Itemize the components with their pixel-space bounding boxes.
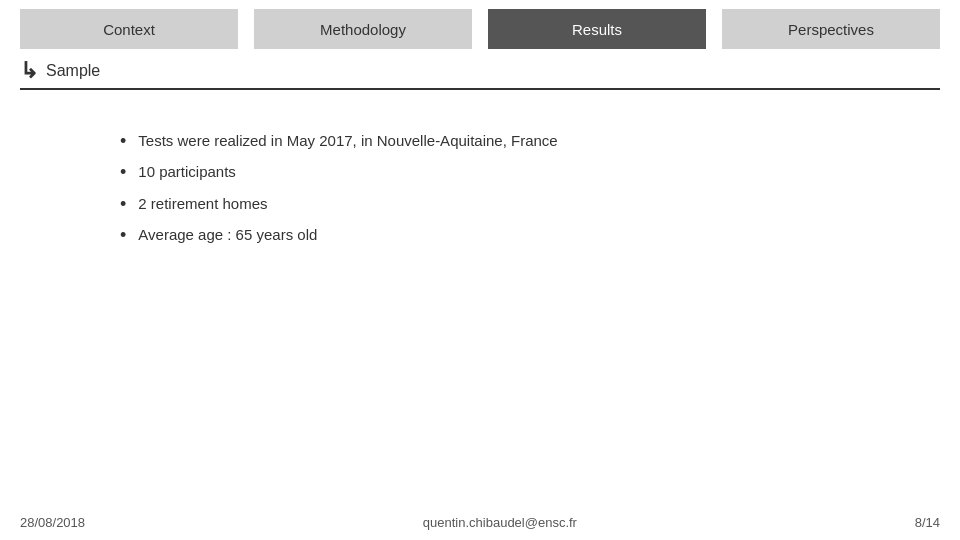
bullet-text-4: Average age : 65 years old [138,224,317,245]
bullet-dot: • [120,161,126,184]
tab-results-label: Results [572,21,622,38]
tab-results[interactable]: Results [488,9,706,49]
bullet-dot: • [120,193,126,216]
bullet-text-1: Tests were realized in May 2017, in Nouv… [138,130,557,151]
bullet-dot: • [120,130,126,153]
list-item: • 10 participants [120,161,900,184]
sample-label: Sample [46,62,100,80]
list-item: • Tests were realized in May 2017, in No… [120,130,900,153]
footer-email: quentin.chibaudel@ensc.fr [423,515,577,530]
bullet-list: • Tests were realized in May 2017, in No… [120,130,900,248]
main-content: • Tests were realized in May 2017, in No… [0,90,960,268]
bullet-text-3: 2 retirement homes [138,193,267,214]
tab-context-label: Context [103,21,155,38]
list-item: • Average age : 65 years old [120,224,900,247]
footer-date: 28/08/2018 [20,515,85,530]
tab-perspectives-label: Perspectives [788,21,874,38]
sub-header: ↳ Sample [0,58,960,88]
tab-perspectives[interactable]: Perspectives [722,9,940,49]
nav-bar: Context Methodology Results Perspectives [0,0,960,58]
tab-context[interactable]: Context [20,9,238,49]
tab-methodology-label: Methodology [320,21,406,38]
bullet-text-2: 10 participants [138,161,236,182]
footer-page: 8/14 [915,515,940,530]
arrow-icon: ↳ [20,58,38,84]
footer: 28/08/2018 quentin.chibaudel@ensc.fr 8/1… [0,515,960,530]
tab-methodology[interactable]: Methodology [254,9,472,49]
list-item: • 2 retirement homes [120,193,900,216]
bullet-dot: • [120,224,126,247]
